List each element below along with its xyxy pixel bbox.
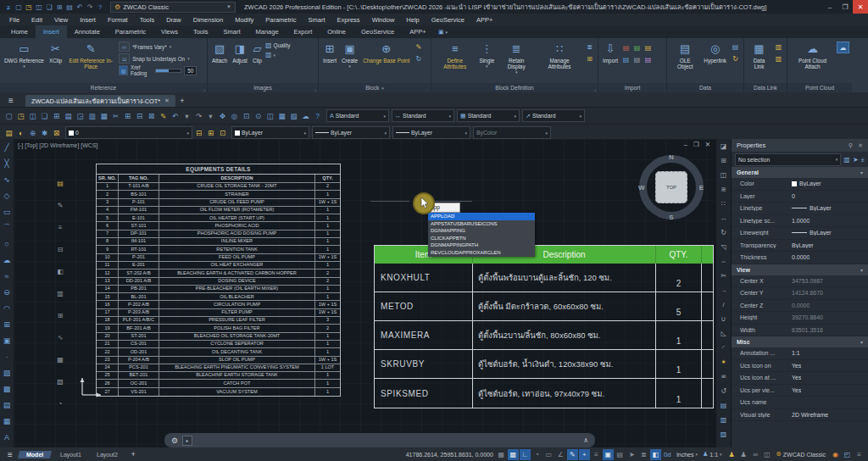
dim-style-combo[interactable]: ↔ Standard ▾ [392,109,454,122]
menu-item[interactable]: File [3,15,25,25]
array-icon[interactable]: ∷ [716,197,731,211]
workspace-status-dropdown[interactable]: ⚙ZWCAD Classic [776,451,826,458]
cut-icon[interactable]: ✂ [110,110,121,122]
ribbon-options-icon[interactable]: ▣▾ [434,25,453,38]
hatch-icon[interactable]: ▨ [0,364,14,380]
view-cube[interactable]: N S W E TOP [639,155,704,219]
close-button[interactable]: ✕ [853,0,868,14]
property-row[interactable]: Center X 34753.0987 [732,275,868,288]
ribbon-tab[interactable]: Insert [36,25,67,38]
xclip-button[interactable]: ✂XClip▾ [47,39,64,69]
image-quality-button[interactable]: ▧Quality [265,42,290,49]
section-misc[interactable]: Misc▾ [732,336,868,347]
mleader-style-combo[interactable]: ↗ Standard ▾ [522,109,585,122]
ribbon-tab[interactable]: GeoService [353,25,402,38]
download-link-icon[interactable]: ▥ [773,53,784,64]
point-icon[interactable]: ∙ [0,348,14,364]
clipboard-copy-icon[interactable]: ▤ [716,398,731,413]
circle-icon[interactable]: ○ [0,236,14,252]
selection-cycling-icon[interactable]: ➤ [626,449,637,460]
property-row[interactable]: Height 39270.8840 [732,312,868,325]
expand-dock-icon[interactable]: ∧ [583,436,588,444]
linetype-combo[interactable]: ByLayer ▾ [312,126,390,139]
hatch-edit-icon[interactable]: ▨ [716,427,731,442]
break-icon[interactable]: / [716,297,731,312]
gradient-icon[interactable]: ▩ [0,380,14,397]
status-menu-icon[interactable]: ≡ [854,449,865,460]
palette-edit-icon[interactable]: ✎ [53,200,67,211]
insert-block-button[interactable]: ⊞Insert▾ [320,39,339,69]
paste-special-icon[interactable]: ⊠ [146,110,157,122]
import-step-icon[interactable]: ▤ [632,53,643,65]
layer-properties-icon[interactable]: ▤ [3,127,14,139]
command-suggestion[interactable]: REVCLOUDAPPROXARCLEN [428,249,535,257]
layer-bulb-icon[interactable]: ◐ [15,127,26,139]
publish-icon[interactable]: ▦ [98,110,109,122]
paste-icon[interactable]: ⊟ [134,110,145,122]
rectangle-icon[interactable]: ▭ [0,203,14,219]
plot-icon[interactable]: ▥ [86,110,97,122]
new-file-icon[interactable]: ▢ [14,2,24,13]
update-field-icon[interactable]: ↻ [730,53,741,64]
command-suggestion[interactable]: DGNMAPPING [428,227,535,235]
property-row[interactable]: Lineweight ByLayer [732,227,868,240]
help-icon[interactable]: ? [95,2,105,13]
selection-combo[interactable]: No selection ▾ [735,153,841,166]
open-folder-icon[interactable]: ◳ [24,2,34,13]
dialog-launcher-icon[interactable]: ⌟ [314,86,316,92]
property-row[interactable]: Thickness 0.0000 [732,252,868,264]
import-dgn-icon[interactable]: ▤ [632,42,643,53]
xref-fading-icon[interactable]: ▧ [119,65,128,75]
osnap-icon[interactable]: + [579,449,590,460]
import-dwf-icon[interactable]: ▤ [620,53,632,65]
layer-isolate-icon[interactable]: ⊡ [217,127,228,139]
layer-combo[interactable]: 0 ▾ [65,126,192,139]
copy-doc-icon[interactable]: ⊞ [51,110,62,122]
command-line-icon[interactable]: ▸ [182,436,192,446]
menu-item[interactable]: Window [366,15,401,25]
upload-link-icon[interactable]: ▥ [773,42,784,52]
property-row[interactable]: Linetype ByLayer [732,203,868,215]
palette-curve-icon[interactable]: ∿ [53,332,67,343]
ribbon-tab[interactable]: Home [3,25,36,38]
ribbon-tab[interactable]: Tools [186,25,216,38]
reverse-icon[interactable]: ↺ [716,384,731,398]
ribbon-tab[interactable]: Views [153,25,186,38]
save-icon[interactable]: ◫ [34,2,44,13]
move-icon[interactable]: ↔ [716,211,731,225]
hyperlink-button[interactable]: ◎Hyperlink [701,39,729,69]
undo-icon[interactable]: ↶ [170,110,181,122]
render-icon[interactable]: ▧ [288,110,299,122]
image-clip-button[interactable]: ▱Clip [250,39,264,64]
xref-fading-slider[interactable] [155,69,181,73]
annotation-monitor-icon[interactable]: ◧ [650,449,661,460]
palette-blocks-icon[interactable]: ▥ [53,288,67,299]
close-panel-icon[interactable]: ✕ [858,142,863,149]
ribbon-tab[interactable]: Export [287,25,320,38]
menu-item[interactable]: Format [102,15,134,25]
lineweight-display-icon[interactable]: ≡ [591,449,602,460]
menu-item[interactable]: Parametric [259,15,302,25]
arc-icon[interactable]: ⌒ [0,219,14,236]
quick-select-icon[interactable]: ▥ [843,156,850,164]
image-attach-button[interactable]: ▧Attach [209,39,230,64]
define-attributes-button[interactable]: ≡Define Attributes▾ [433,39,476,75]
menu-item[interactable]: Tools [134,15,161,25]
insert-block-icon[interactable]: ⊞ [0,316,14,332]
ribbon-tab[interactable]: APP+ [402,25,433,38]
viewport-label[interactable]: [-] [Top] [2D Wireframe] [WCS] [18,142,98,148]
palette-sheet-icon[interactable]: ▦ [53,354,67,365]
quick-properties-icon[interactable]: ▤ [615,449,626,460]
menu-item[interactable]: Help [400,15,425,25]
minimize-button[interactable]: – [822,0,837,14]
grid-icon[interactable]: ▦ [496,449,507,460]
doc-menu-icon[interactable]: ≡ [2,94,20,107]
spline-icon[interactable]: ≈ [0,268,14,284]
polygon-icon[interactable]: ◇ [0,187,14,203]
dwg-reference-button[interactable]: ▭DWG Reference▾ [2,39,47,69]
data-link-button[interactable]: ▦Data Link [746,39,772,69]
object-track-icon[interactable]: ▭ [543,449,554,460]
close-tab-icon[interactable]: ✕ [164,97,170,104]
layout-tab[interactable]: Layout2 [88,451,126,458]
mirror-icon[interactable]: ◫ [716,168,731,182]
